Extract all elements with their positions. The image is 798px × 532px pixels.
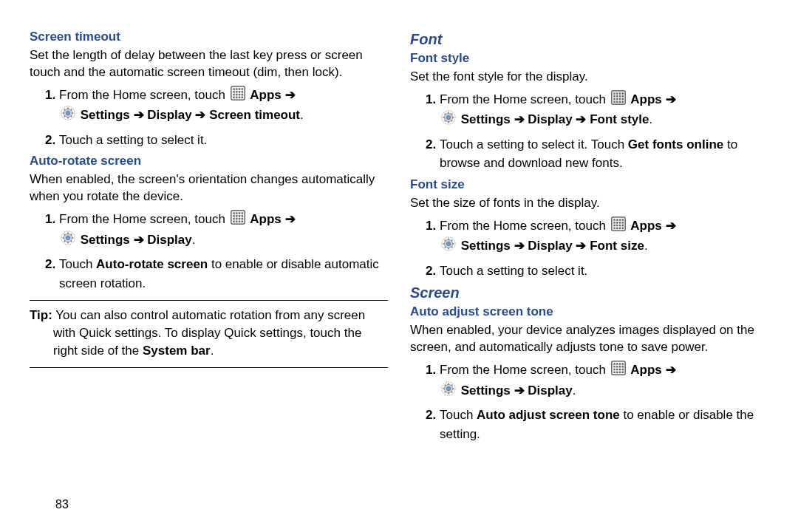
apps-icon: [231, 86, 245, 106]
desc-screen-timeout: Set the length of delay between the last…: [30, 47, 388, 81]
page-number: 83: [55, 498, 69, 511]
left-column: Screen timeout Set the length of delay b…: [30, 30, 388, 448]
gear-icon: [61, 231, 75, 251]
divider: [30, 367, 388, 368]
desc-font-style: Set the font style for the display.: [410, 69, 768, 86]
steps-font-size: From the Home screen, touch Apps ➔ Setti…: [410, 216, 768, 281]
divider: [30, 300, 388, 301]
heading-auto-rotate: Auto-rotate screen: [30, 154, 388, 168]
apps-icon: [231, 210, 245, 231]
step: Touch Auto adjust screen tone to enable …: [440, 406, 768, 443]
section-font: Font: [410, 31, 768, 48]
step: Touch Auto-rotate screen to enable or di…: [59, 255, 388, 293]
steps-screen-timeout: From the Home screen, touch Apps ➔ Setti…: [30, 86, 388, 150]
steps-screen-tone: From the Home screen, touch Apps ➔ Setti…: [410, 361, 768, 443]
section-screen: Screen: [410, 284, 768, 301]
step: From the Home screen, touch Apps ➔ Setti…: [59, 86, 388, 126]
apps-icon: [611, 361, 626, 381]
right-column: Font Font style Set the font style for t…: [410, 30, 768, 448]
gear-icon: [441, 236, 456, 257]
gear-icon: [441, 110, 456, 131]
apps-icon: [611, 216, 626, 237]
step: From the Home screen, touch Apps ➔ Setti…: [440, 90, 768, 131]
step: Touch a setting to select it.: [440, 262, 768, 281]
apps-icon: [611, 90, 626, 111]
step: From the Home screen, touch Apps ➔ Setti…: [440, 216, 768, 257]
desc-auto-rotate: When enabled, the screen's orientation c…: [30, 171, 388, 205]
desc-font-size: Set the size of fonts in the display.: [410, 195, 768, 212]
gear-icon: [441, 381, 456, 402]
steps-auto-rotate: From the Home screen, touch Apps ➔ Setti…: [30, 210, 388, 293]
heading-screen-timeout: Screen timeout: [30, 30, 388, 44]
gear-icon: [61, 106, 75, 126]
step: From the Home screen, touch Apps ➔ Setti…: [59, 210, 388, 250]
step: From the Home screen, touch Apps ➔ Setti…: [440, 361, 768, 401]
desc-screen-tone: When enabled, your device analyzes image…: [410, 322, 768, 356]
step: Touch a setting to select it.: [59, 131, 388, 150]
heading-font-style: Font style: [410, 51, 768, 66]
heading-screen-tone: Auto adjust screen tone: [410, 304, 768, 319]
step: Touch a setting to select it. Touch Get …: [440, 135, 768, 173]
steps-font-style: From the Home screen, touch Apps ➔ Setti…: [410, 90, 768, 173]
tip-block: Tip: You can also control automatic rota…: [30, 307, 388, 359]
heading-font-size: Font size: [410, 177, 768, 192]
